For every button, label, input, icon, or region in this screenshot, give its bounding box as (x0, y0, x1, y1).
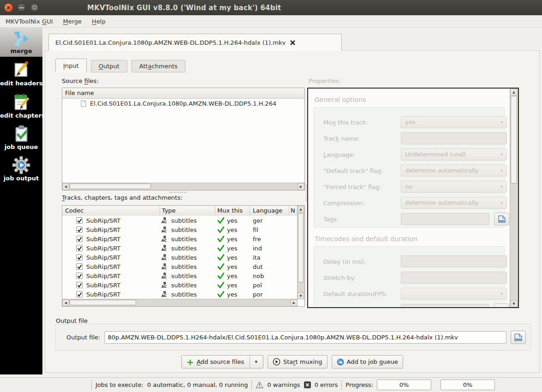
hscroll-thumb[interactable] (70, 184, 151, 189)
jobs-to-execute-value: 0 automatic, 0 manual, 0 running (147, 381, 248, 388)
sidebar-item-job-queue[interactable]: job queue (0, 121, 42, 153)
minimize-icon (19, 7, 24, 8)
subtitles-type-icon: BAC (161, 263, 169, 270)
track-enabled-checkbox[interactable] (76, 254, 83, 261)
track-enabled-checkbox[interactable] (76, 236, 83, 242)
sidebar-item-job-output[interactable]: job output (0, 153, 42, 184)
track-row[interactable]: SubRip/SRT BAC subtitles yes ita (62, 253, 298, 262)
edit-headers-icon (12, 59, 31, 80)
track-codec: SubRip/SRT (86, 282, 120, 289)
output-file-input[interactable] (104, 331, 506, 344)
source-file-row[interactable]: El.Cid.S01E01.La.Conjura.1080p.AMZN.WEB-… (62, 99, 304, 108)
track-enabled-checkbox[interactable] (76, 226, 83, 233)
scroll-up-icon[interactable]: ▲ (298, 206, 304, 213)
scroll-left-icon[interactable]: ◀ (62, 299, 69, 306)
sidebar-item-edit-headers[interactable]: edit headers (0, 57, 42, 89)
track-enabled-checkbox[interactable] (76, 273, 83, 279)
menu-help[interactable]: Help (87, 17, 110, 26)
tab-input[interactable]: Input (55, 59, 87, 72)
source-file-name: El.Cid.S01E01.La.Conjura.1080p.AMZN.WEB-… (90, 100, 276, 107)
delay-label: Delay (in ms): (323, 258, 365, 265)
tab-output[interactable]: Output (91, 60, 127, 72)
errors-count: 0 errors (315, 381, 338, 388)
track-row[interactable]: SubRip/SRT BAC subtitles yes dut (62, 262, 298, 271)
errors-icon (304, 381, 311, 388)
window-title: MKVToolNix GUI v8.8.0 ('Wind at my back'… (87, 4, 281, 12)
track-enabled-checkbox[interactable] (76, 291, 83, 297)
track-row[interactable]: SubRip/SRT BAC subtitles yes fre (62, 234, 298, 244)
add-source-files-dropdown-arrow[interactable]: ▾ (254, 359, 258, 365)
track-enabled-checkbox[interactable] (76, 282, 83, 288)
vscroll-thumb[interactable] (511, 96, 517, 184)
mux-this-track-label: Mux this track: (323, 119, 368, 125)
stretch-by-input (401, 272, 507, 284)
menu-merge[interactable]: Merge (59, 17, 87, 26)
track-row[interactable]: SubRip/SRT BAC subtitles yes nob (62, 271, 298, 280)
hscroll-thumb[interactable] (70, 300, 136, 305)
horizontal-splitter-handle[interactable] (170, 192, 186, 193)
default-track-flag-label: "Default track" flag: (323, 167, 383, 174)
sidebar-item-merge[interactable]: merge (0, 27, 42, 57)
compression-label: Compression: (323, 199, 364, 206)
output-file-group-title: Output file (56, 317, 88, 324)
source-files-hscrollbar[interactable]: ◀ ▶ (62, 183, 304, 190)
scroll-down-icon[interactable]: ▼ (298, 292, 304, 299)
language-select: Undetermined (und)▾ (401, 148, 507, 160)
scroll-down-icon[interactable]: ▼ (510, 300, 518, 307)
tags-label: Tags: (323, 215, 339, 222)
track-enabled-checkbox[interactable] (76, 217, 83, 224)
track-row[interactable]: SubRip/SRT BAC subtitles yes ind (62, 244, 298, 253)
sidebar-item-edit-chapters[interactable]: edit chapters (0, 89, 42, 121)
track-row[interactable]: SubRip/SRT BAC subtitles yes ger (62, 216, 298, 225)
track-codec: SubRip/SRT (86, 217, 120, 224)
track-row[interactable]: SubRip/SRT BAC subtitles yes pol (62, 280, 298, 290)
column-type[interactable]: Type (160, 206, 215, 216)
column-mux-this[interactable]: Mux this (215, 206, 250, 216)
menu-mkvtoolnix-gui[interactable]: MKVToolNix GUI (1, 17, 58, 26)
scroll-up-icon[interactable]: ▲ (510, 89, 518, 95)
track-language: fre (253, 236, 261, 243)
checkbox-tick-icon (77, 264, 82, 269)
track-row[interactable]: SubRip/SRT BAC subtitles yes por (62, 290, 298, 299)
file-name-column-header[interactable]: File name (62, 88, 304, 99)
properties-vscrollbar[interactable]: ▲ ▼ (510, 89, 518, 307)
vscroll-thumb[interactable] (298, 213, 304, 282)
track-enabled-checkbox[interactable] (76, 245, 83, 251)
output-file-label: Output file: (66, 334, 100, 341)
track-row[interactable]: SubRip/SRT BAC subtitles yes fil (62, 225, 298, 234)
scroll-left-icon[interactable]: ◀ (62, 183, 69, 190)
forced-track-flag-label: "Forced track" flag: (323, 183, 381, 190)
merge-file-tab[interactable]: El.Cid.S01E01.La.Conjura.1080p.AMZN.WEB-… (48, 34, 342, 51)
tags-browse-button (494, 213, 509, 226)
tracks-vscrollbar[interactable]: ▲ ▼ (297, 206, 304, 299)
plus-icon: + (186, 358, 194, 366)
merge-icon (12, 30, 31, 48)
column-codec[interactable]: Codec (62, 206, 160, 216)
track-mux: yes (227, 217, 237, 224)
output-file-browse-button[interactable] (511, 331, 526, 344)
tracks-table-header: Codec Type Mux this Language N (62, 206, 298, 216)
tab-attachments[interactable]: Attachments (131, 60, 185, 72)
tracks-hscrollbar[interactable]: ◀ ▶ (62, 299, 298, 306)
start-muxing-button[interactable]: Start muxing (268, 355, 328, 368)
green-check-icon (217, 273, 224, 279)
column-name[interactable]: N (289, 206, 298, 216)
window-maximize-button[interactable] (30, 3, 39, 12)
track-codec: SubRip/SRT (86, 226, 120, 233)
track-enabled-checkbox[interactable] (76, 263, 83, 270)
green-check-icon (217, 291, 224, 297)
clipped-input (401, 304, 489, 308)
track-type: subtitles (171, 273, 197, 279)
split-button-divider (250, 356, 250, 368)
vertical-splitter-handle[interactable] (306, 184, 307, 201)
scroll-right-icon[interactable]: ▶ (298, 183, 304, 190)
scroll-right-icon[interactable]: ▶ (291, 299, 298, 306)
column-language[interactable]: Language (250, 206, 289, 216)
tab-close-button[interactable] (290, 40, 296, 46)
window-close-button[interactable] (4, 3, 13, 12)
chevron-down-icon: ▾ (500, 200, 503, 205)
window-minimize-button[interactable] (17, 3, 26, 12)
add-source-files-button[interactable]: + Add source files ▾ (181, 355, 263, 368)
play-circle-icon (273, 358, 280, 366)
add-to-job-queue-button[interactable]: Add to job queue (332, 355, 403, 368)
